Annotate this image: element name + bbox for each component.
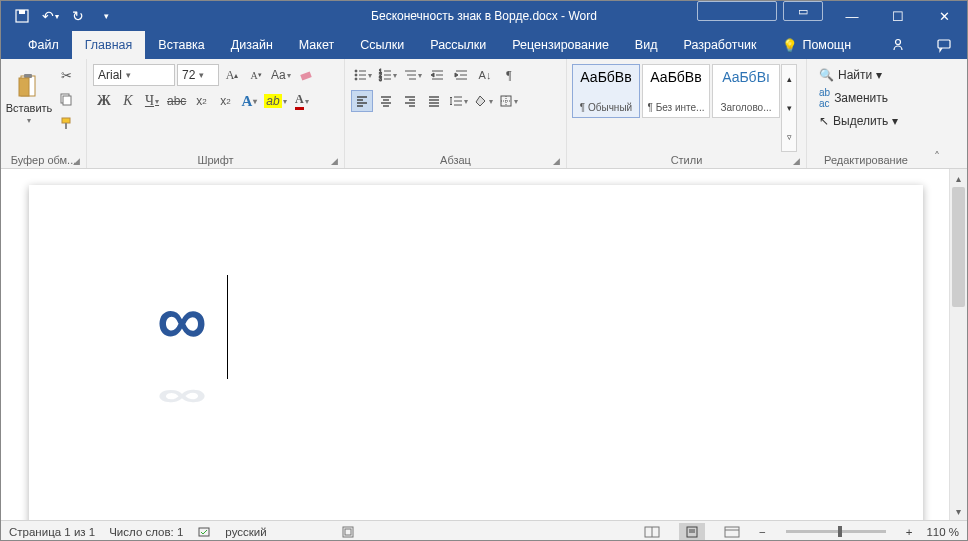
language-status[interactable]: русский (225, 526, 266, 538)
ribbon-display-icon[interactable]: ▭ (783, 1, 823, 21)
clipboard-launcher-icon[interactable]: ◢ (73, 156, 80, 166)
superscript-button[interactable]: x2 (214, 90, 236, 112)
vertical-scrollbar[interactable]: ▴ ▾ (949, 169, 967, 520)
qat-customize-icon[interactable]: ▾ (93, 3, 119, 29)
share-icon[interactable] (875, 31, 921, 59)
tab-mailings[interactable]: Рассылки (417, 31, 499, 59)
paragraph-launcher-icon[interactable]: ◢ (553, 156, 560, 166)
page-count[interactable]: Страница 1 из 1 (9, 526, 95, 538)
svg-rect-1 (19, 10, 25, 14)
shrink-font-icon[interactable]: A▾ (245, 64, 267, 86)
zoom-in-button[interactable]: + (906, 526, 913, 538)
tab-layout[interactable]: Макет (286, 31, 347, 59)
styles-scroll: ▴ ▾ ▿ (781, 64, 797, 152)
clear-formatting-icon[interactable] (295, 64, 317, 86)
document-viewport[interactable]: ∞ ∞ (1, 169, 949, 520)
font-size-combo[interactable]: 72▾ (177, 64, 219, 86)
tab-references[interactable]: Ссылки (347, 31, 417, 59)
zoom-out-button[interactable]: − (759, 526, 766, 538)
redo-icon[interactable]: ↻ (65, 3, 91, 29)
undo-icon[interactable]: ↶▾ (37, 3, 63, 29)
format-painter-icon[interactable] (55, 112, 77, 134)
scroll-up-icon[interactable]: ▴ (950, 169, 967, 187)
style-name: Заголово... (721, 102, 772, 113)
document-area: ∞ ∞ ▴ ▾ (1, 169, 967, 520)
close-icon[interactable]: ✕ (921, 1, 967, 31)
svg-rect-6 (19, 78, 29, 96)
save-icon[interactable] (9, 3, 35, 29)
minimize-icon[interactable]: — (829, 1, 875, 31)
style-card[interactable]: АаБбВıЗаголово... (712, 64, 780, 118)
web-layout-icon[interactable] (719, 523, 745, 541)
sort-icon[interactable]: A↓ (474, 64, 496, 86)
shading-icon[interactable]: ▾ (472, 90, 495, 112)
scroll-down-icon[interactable]: ▾ (950, 502, 967, 520)
zoom-slider[interactable] (786, 530, 886, 533)
strikethrough-button[interactable]: abc (165, 90, 188, 112)
page[interactable]: ∞ ∞ (29, 185, 923, 520)
svg-point-12 (355, 70, 357, 72)
font-name-combo[interactable]: Arial▾ (93, 64, 175, 86)
print-layout-icon[interactable] (679, 523, 705, 541)
align-left-button[interactable] (351, 90, 373, 112)
multilevel-list-icon[interactable]: ▾ (401, 64, 424, 86)
underline-button[interactable]: Ч▾ (141, 90, 163, 112)
select-label: Выделить (833, 114, 888, 128)
replace-button[interactable]: abacЗаменить (815, 87, 892, 109)
highlight-icon[interactable]: ab▾ (262, 90, 288, 112)
cut-icon[interactable]: ✂ (55, 64, 77, 86)
align-center-button[interactable] (375, 90, 397, 112)
tab-tellme[interactable]: 💡Помощн (769, 31, 864, 59)
maximize-icon[interactable]: ☐ (875, 1, 921, 31)
svg-rect-11 (300, 71, 311, 80)
scroll-thumb[interactable] (952, 187, 965, 307)
tab-review[interactable]: Рецензирование (499, 31, 622, 59)
style-preview: АаБбВв (580, 69, 631, 85)
text-effects-icon[interactable]: A▾ (238, 90, 260, 112)
subscript-button[interactable]: x2 (190, 90, 212, 112)
zoom-handle[interactable] (838, 526, 842, 537)
font-color-icon[interactable]: A▾ (291, 90, 313, 112)
align-justify-button[interactable] (423, 90, 445, 112)
account-placeholder[interactable] (697, 1, 777, 21)
align-right-button[interactable] (399, 90, 421, 112)
style-card[interactable]: АаБбВв¶ Обычный (572, 64, 640, 118)
text-cursor (227, 275, 228, 379)
numbering-icon[interactable]: 123▾ (376, 64, 399, 86)
styles-up-icon[interactable]: ▴ (782, 65, 796, 94)
line-spacing-icon[interactable]: ▾ (447, 90, 470, 112)
paragraph-group-label: Абзац (440, 154, 471, 166)
word-count[interactable]: Число слов: 1 (109, 526, 183, 538)
increase-indent-icon[interactable] (450, 64, 472, 86)
tab-insert[interactable]: Вставка (145, 31, 217, 59)
styles-more-icon[interactable]: ▿ (782, 122, 796, 151)
styles-launcher-icon[interactable]: ◢ (793, 156, 800, 166)
font-size-value: 72 (182, 68, 195, 82)
tab-view[interactable]: Вид (622, 31, 671, 59)
change-case-icon[interactable]: Aa▾ (269, 64, 293, 86)
styles-down-icon[interactable]: ▾ (782, 94, 796, 123)
grow-font-icon[interactable]: A▴ (221, 64, 243, 86)
select-button[interactable]: ↖Выделить▾ (815, 110, 902, 132)
zoom-level[interactable]: 110 % (926, 526, 959, 538)
macro-icon[interactable] (341, 525, 355, 539)
style-card[interactable]: АаБбВв¶ Без инте... (642, 64, 710, 118)
bullets-icon[interactable]: ▾ (351, 64, 374, 86)
read-mode-icon[interactable] (639, 523, 665, 541)
italic-button[interactable]: К (117, 90, 139, 112)
tab-design[interactable]: Дизайн (218, 31, 286, 59)
font-launcher-icon[interactable]: ◢ (331, 156, 338, 166)
paste-button[interactable]: Вставить ▾ (5, 62, 53, 134)
show-paragraph-marks-icon[interactable]: ¶ (498, 64, 520, 86)
borders-icon[interactable]: ▾ (497, 90, 520, 112)
tab-developer[interactable]: Разработчик (670, 31, 769, 59)
comments-icon[interactable] (921, 31, 967, 59)
copy-icon[interactable] (55, 88, 77, 110)
collapse-ribbon-icon[interactable]: ˄ (925, 59, 949, 168)
find-button[interactable]: 🔍Найти▾ (815, 64, 886, 86)
spellcheck-icon[interactable] (197, 525, 211, 539)
tab-file[interactable]: Файл (15, 31, 72, 59)
decrease-indent-icon[interactable] (426, 64, 448, 86)
bold-button[interactable]: Ж (93, 90, 115, 112)
tab-home[interactable]: Главная (72, 31, 146, 59)
